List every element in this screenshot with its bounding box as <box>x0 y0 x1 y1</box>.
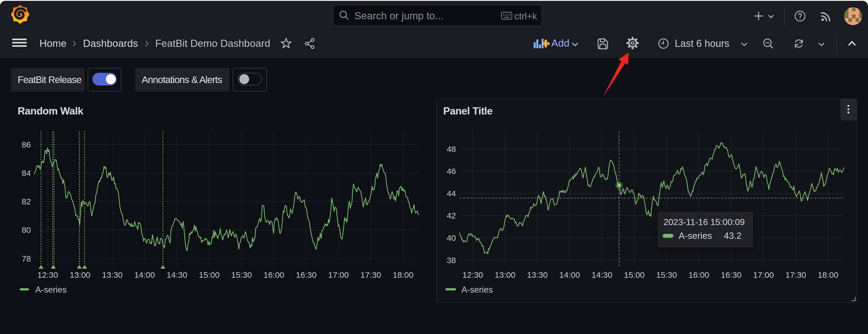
svg-text:17:30: 17:30 <box>361 270 381 279</box>
svg-text:15:30: 15:30 <box>231 270 252 279</box>
svg-text:14:00: 14:00 <box>134 270 155 279</box>
svg-text:80: 80 <box>22 225 31 235</box>
svg-text:15:00: 15:00 <box>199 270 220 279</box>
svg-text:18:00: 18:00 <box>393 270 413 279</box>
svg-text:78: 78 <box>22 254 31 263</box>
svg-text:16:00: 16:00 <box>264 270 284 279</box>
svg-text:86: 86 <box>22 140 31 149</box>
svg-text:12:30: 12:30 <box>37 270 58 279</box>
svg-text:82: 82 <box>22 197 31 206</box>
svg-text:16:30: 16:30 <box>296 270 316 279</box>
svg-text:13:00: 13:00 <box>70 270 90 279</box>
svg-text:17:00: 17:00 <box>328 270 349 279</box>
svg-text:84: 84 <box>22 169 31 178</box>
svg-text:A-series: A-series <box>35 285 67 295</box>
svg-text:14:30: 14:30 <box>166 270 187 279</box>
svg-text:13:30: 13:30 <box>102 270 123 279</box>
